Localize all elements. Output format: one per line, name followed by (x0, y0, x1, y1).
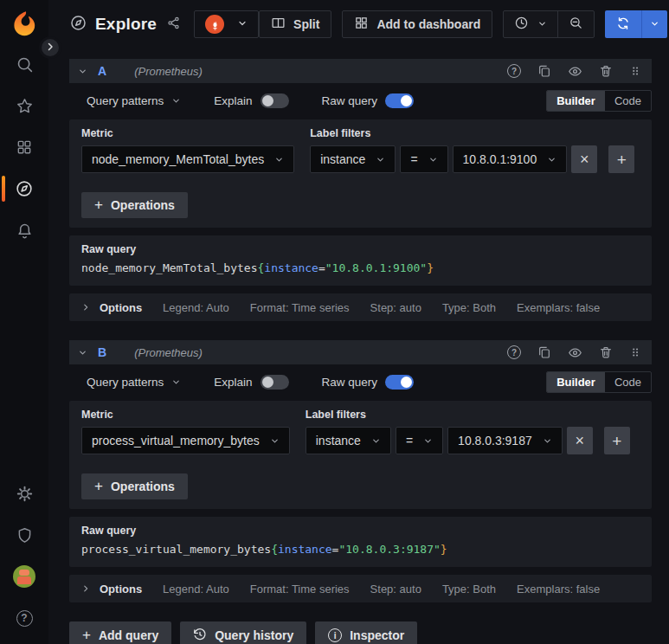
query-ref-id[interactable]: B (98, 345, 106, 359)
chevron-right-icon[interactable] (81, 584, 90, 593)
chevron-right-icon[interactable] (81, 303, 90, 312)
hide-query-eye-icon[interactable] (568, 345, 582, 360)
add-filter-button[interactable]: + (604, 427, 630, 454)
operations-label: Operations (111, 480, 175, 493)
label-value-select[interactable]: 10.8.0.1:9100 (453, 145, 568, 173)
options-title[interactable]: Options (100, 301, 142, 314)
operations-label: Operations (111, 198, 175, 212)
sidebar-item-help[interactable]: ? (0, 597, 48, 639)
query-help-icon[interactable]: ? (507, 64, 521, 78)
add-operations-button[interactable]: + Operations (81, 192, 188, 218)
query-help-icon[interactable]: ? (507, 345, 521, 359)
raw-query-toggle[interactable] (385, 375, 414, 390)
option-exemplars: Exemplars: false (517, 583, 600, 596)
explain-toggle[interactable] (261, 375, 289, 390)
metric-label: Metric (81, 127, 294, 139)
sidebar-item-alerting[interactable] (0, 209, 48, 251)
label-operator-select[interactable]: = (396, 427, 443, 454)
label-operator-select[interactable]: = (400, 145, 447, 173)
query-options-row: Options Legend: Auto Format: Time series… (69, 293, 652, 321)
metric-value: process_virtual_memory_bytes (92, 434, 260, 448)
drag-handle-icon[interactable] (629, 345, 641, 359)
info-glyph: i (334, 631, 337, 641)
label-filters-field: Label filters instance = 10.8. (306, 409, 630, 454)
add-operations-button[interactable]: + Operations (81, 473, 188, 499)
run-query-dropdown[interactable] (641, 10, 667, 38)
explain-label: Explain (214, 376, 252, 389)
page-title: Explore (95, 15, 157, 34)
code-close-brace: } (427, 261, 434, 274)
bell-icon (16, 222, 34, 240)
clock-icon (514, 16, 529, 33)
tab-builder[interactable]: Builder (547, 91, 605, 111)
inspector-label: Inspector (350, 628, 404, 642)
chevron-down-icon (171, 96, 181, 106)
explore-compass-icon (69, 14, 87, 35)
dashboards-grid-icon (16, 138, 33, 156)
share-icon[interactable] (166, 16, 181, 33)
label-value-select[interactable]: 10.8.0.3:9187 (447, 427, 563, 454)
tab-builder[interactable]: Builder (547, 372, 605, 392)
sidebar-item-server-admin[interactable] (0, 514, 48, 556)
label-key-value: instance (320, 152, 365, 166)
chevron-down-icon (376, 155, 385, 164)
remove-query-trash-icon[interactable] (599, 64, 613, 78)
metric-select[interactable]: node_memory_MemTotal_bytes (81, 145, 294, 173)
plus-icon: + (617, 151, 627, 168)
refresh-icon (616, 16, 630, 33)
duplicate-query-icon[interactable] (537, 345, 551, 359)
query-patterns-dropdown[interactable]: Query patterns (87, 94, 181, 107)
chevron-down-icon (371, 436, 381, 446)
sidebar-item-dashboards[interactable] (0, 126, 48, 168)
plus-icon: + (612, 433, 621, 449)
grafana-logo-icon[interactable] (10, 9, 39, 38)
footer-actions: + Add query Query history i Inspector (69, 621, 652, 644)
sidebar-item-starred[interactable] (0, 85, 48, 126)
info-icon: i (328, 628, 342, 642)
sidebar-item-profile[interactable] (0, 556, 48, 597)
toggle-knob (401, 377, 412, 388)
collapse-chevron-icon[interactable] (78, 348, 87, 357)
remove-query-trash-icon[interactable] (599, 345, 613, 359)
metric-select[interactable]: process_virtual_memory_bytes (81, 427, 290, 454)
chevron-down-icon (543, 436, 552, 446)
hide-query-eye-icon[interactable] (568, 64, 582, 79)
explain-label: Explain (214, 94, 252, 107)
query-history-button[interactable]: Query history (180, 621, 306, 644)
inspector-button[interactable]: i Inspector (315, 621, 417, 644)
add-to-dashboard-button[interactable]: Add to dashboard (342, 10, 492, 38)
sidebar-item-explore[interactable] (0, 168, 48, 209)
add-query-button[interactable]: + Add query (69, 621, 171, 644)
label-key-select[interactable]: instance (306, 427, 391, 454)
builder-code-switch: Builder Code (546, 371, 652, 393)
query-patterns-dropdown[interactable]: Query patterns (87, 376, 181, 389)
chevron-down-icon (423, 436, 433, 446)
label-key-select[interactable]: instance (310, 145, 396, 173)
explain-toggle[interactable] (261, 93, 289, 108)
query-ref-id[interactable]: A (98, 64, 106, 78)
options-title[interactable]: Options (100, 583, 142, 596)
remove-filter-button[interactable]: × (571, 145, 597, 173)
duplicate-query-icon[interactable] (537, 64, 551, 78)
sidebar-expand-button[interactable] (39, 36, 61, 59)
time-range-picker[interactable] (504, 11, 557, 37)
drag-handle-icon[interactable] (629, 64, 641, 78)
chevron-down-icon (270, 436, 280, 446)
add-filter-button[interactable]: + (608, 145, 634, 173)
chevron-down-icon (650, 18, 659, 31)
split-button[interactable]: Split (259, 10, 331, 38)
query-toolbar: Query patterns Explain Raw query Builder… (69, 364, 652, 401)
zoom-out-button[interactable] (557, 11, 594, 37)
collapse-chevron-icon[interactable] (78, 67, 87, 76)
raw-query-toggle[interactable] (385, 93, 414, 108)
tab-code[interactable]: Code (605, 372, 651, 392)
chevron-down-icon (274, 155, 284, 164)
option-type: Type: Both (442, 583, 496, 596)
remove-filter-button[interactable]: × (567, 427, 593, 454)
query-options-row: Options Legend: Auto Format: Time series… (69, 575, 652, 602)
run-query-button[interactable] (605, 10, 641, 38)
tab-code[interactable]: Code (605, 91, 651, 111)
sidebar-item-configuration[interactable] (0, 473, 48, 514)
datasource-picker[interactable] (194, 10, 259, 38)
dashboard-grid-icon (354, 16, 369, 33)
